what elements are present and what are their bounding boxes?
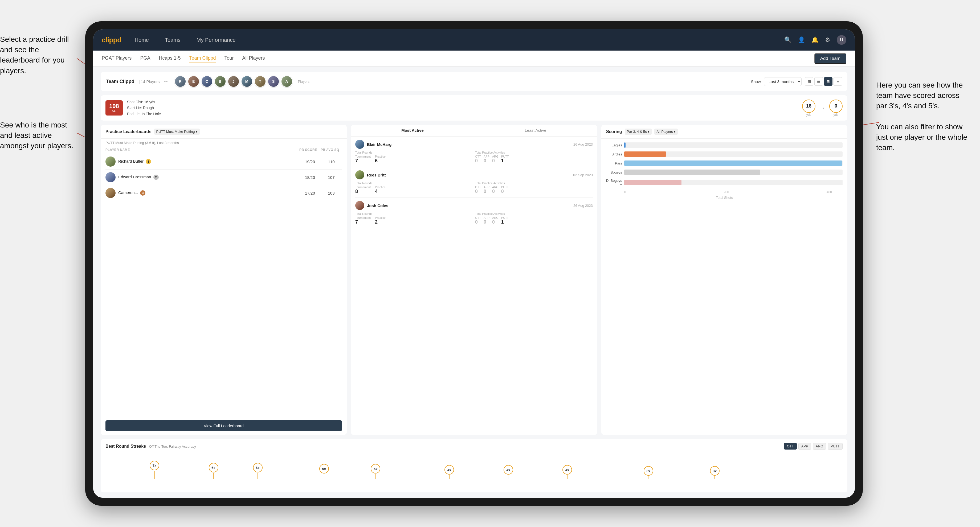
tab-arg[interactable]: ARG <box>813 443 826 449</box>
bar-row-dbogeys: D. Bogeys + 131 <box>606 179 843 187</box>
best-round-streaks-section: Best Round Streaks Off The Tee, Fairway … <box>101 439 847 492</box>
nav-my-performance[interactable]: My Performance <box>194 35 238 45</box>
ott-group-3: OTT 0 <box>475 216 481 225</box>
bar-row-birdies: Birdies 96 <box>606 151 843 157</box>
bell-icon[interactable]: 🔔 <box>811 37 819 43</box>
player-avatar-5[interactable]: J <box>228 76 239 87</box>
player-avatar-3[interactable]: C <box>201 76 213 87</box>
rounds-values-2: Tournament 8 Practice 4 <box>355 186 473 194</box>
avatar[interactable]: U <box>837 35 846 45</box>
app-val-2: 0 <box>484 189 490 194</box>
subnav-team-clippd[interactable]: Team Clippd <box>189 54 216 63</box>
pb-avg-1: 110 <box>321 159 342 164</box>
streak-bubble-4x-1: 4x <box>444 465 454 479</box>
ott-group-2: OTT 0 <box>475 186 481 194</box>
tab-most-active[interactable]: Most Active <box>351 125 474 136</box>
nav-home[interactable]: Home <box>132 35 151 45</box>
tab-least-active[interactable]: Least Active <box>474 125 597 136</box>
subnav-all-players[interactable]: All Players <box>242 54 265 63</box>
tab-ott[interactable]: OTT <box>784 443 797 449</box>
grid-view-icon[interactable]: ▦ <box>805 77 813 86</box>
player-info-3: Cameron... 3 <box>105 188 299 198</box>
tournament-val-2: 8 <box>355 189 371 194</box>
player-avatar-8[interactable]: S <box>268 76 279 87</box>
bar-fill-pars <box>624 160 842 166</box>
tablet-device: clippd Home Teams My Performance 🔍 👤 🔔 ⚙… <box>85 21 863 506</box>
yds1-label: yds <box>802 113 815 117</box>
arg-label-2: ARG <box>492 186 498 189</box>
player-name-3: Cameron... 3 <box>118 190 145 195</box>
player-avatar-9[interactable]: A <box>281 76 293 87</box>
pb-score-1: 19/20 <box>299 159 321 164</box>
settings-icon[interactable]: ⚙ <box>825 37 830 43</box>
tab-putt[interactable]: PUTT <box>828 443 843 449</box>
activity-player-row-1: Blair McHarg 26 Aug 2023 <box>355 140 593 149</box>
time-period-dropdown[interactable]: Last 3 months Last 6 months Last year <box>764 77 802 86</box>
bar-label-dbogeys: D. Bogeys + <box>606 179 622 187</box>
sort-icon[interactable]: ≡ <box>834 77 842 86</box>
tab-app[interactable]: APP <box>799 443 811 449</box>
tournament-group-2: Tournament 8 <box>355 186 371 194</box>
player-avatar-6[interactable]: M <box>241 76 253 87</box>
medal-silver-2: 2 <box>153 175 159 180</box>
practice-val-1: 6 <box>375 158 386 163</box>
subnav-pga[interactable]: PGA <box>140 54 150 63</box>
streak-bubble-6x-1: 6x <box>209 463 218 479</box>
player-info-1: Richard Butler 1 <box>105 157 299 167</box>
player-name-2: Edward Crossman 2 <box>118 175 159 180</box>
player-avatars: R E C B J M T S A <box>174 76 293 87</box>
app-label-1: APP <box>484 155 490 158</box>
player-avatar-7[interactable]: T <box>254 76 266 87</box>
list-view-icon[interactable]: ☰ <box>815 77 823 86</box>
scoring-header: Scoring Par 3, 4 & 5s ▾ All Players ▾ <box>601 125 847 139</box>
end-lie: End Lie: In The Hole <box>127 111 161 117</box>
putt-label-1: PUTT <box>501 155 509 158</box>
player-avatar-2[interactable]: E <box>188 76 199 87</box>
best-round-streaks-subtitle: Off The Tee, Fairway Accuracy <box>147 444 196 449</box>
arg-group-1: ARG 0 <box>492 155 498 163</box>
ott-label-1: OTT <box>475 155 481 158</box>
edit-icon[interactable]: ✏ <box>164 79 167 84</box>
x-label-400: 400 <box>827 190 832 194</box>
practice-activities-group-2: Total Practice Activities OTT 0 APP <box>475 181 593 194</box>
scoring-filter-players[interactable]: All Players ▾ <box>654 129 678 135</box>
add-team-button[interactable]: Add Team <box>815 53 846 64</box>
nav-teams[interactable]: Teams <box>162 35 183 45</box>
medal-gold-1: 1 <box>146 159 151 164</box>
app-group-2: APP 0 <box>484 186 490 194</box>
score-badge: 198 SC <box>105 100 123 116</box>
view-full-leaderboard-button[interactable]: View Full Leaderboard <box>105 420 342 431</box>
streak-line-vert-5 <box>375 474 376 479</box>
scoring-chart: Eagles 3 Birdies 96 <box>601 139 847 435</box>
scoring-filter-par[interactable]: Par 3, 4 & 5s ▾ <box>625 129 652 135</box>
app-group-3: APP 0 <box>484 216 490 225</box>
pb-score-3: 17/20 <box>299 191 321 195</box>
tournament-label-3: Tournament <box>355 216 371 219</box>
player-details-3: Cameron... 3 <box>118 190 145 195</box>
streak-dot-8: 4x <box>562 465 572 475</box>
activity-rows: Blair McHarg 26 Aug 2023 Total Rounds To… <box>351 137 597 435</box>
search-icon[interactable]: 🔍 <box>784 37 791 43</box>
drill-dropdown[interactable]: PUTT Must Make Putting ▾ <box>154 129 200 135</box>
activity-date-3: 26 Aug 2023 <box>573 204 593 208</box>
subnav-pgat[interactable]: PGAT Players <box>102 54 132 63</box>
player-avatar-4[interactable]: B <box>215 76 226 87</box>
ott-val-3: 0 <box>475 219 481 225</box>
show-control: Show Last 3 months Last 6 months Last ye… <box>751 77 842 86</box>
card-view-icon[interactable]: ⊞ <box>824 77 832 86</box>
streak-line-vert-1 <box>154 471 155 479</box>
subnav-hcaps[interactable]: Hcaps 1-5 <box>159 54 181 63</box>
people-icon[interactable]: 👤 <box>798 37 805 43</box>
bar-fill-dbogeys <box>624 180 681 185</box>
player-avatar-1[interactable]: R <box>174 76 186 87</box>
tournament-label-2: Tournament <box>355 186 371 189</box>
putt-val-3: 1 <box>501 219 509 225</box>
bar-label-bogeys: Bogeys <box>606 170 622 174</box>
navbar: clippd Home Teams My Performance 🔍 👤 🔔 ⚙… <box>93 29 855 51</box>
streak-dot-3: 6x <box>253 463 262 472</box>
streak-bubble-3x-1: 3x <box>644 466 653 479</box>
activity-item-1: Blair McHarg 26 Aug 2023 Total Rounds To… <box>355 137 593 167</box>
subnav-tour[interactable]: Tour <box>224 54 234 63</box>
app-val-1: 0 <box>484 158 490 163</box>
practice-activities-group-1: Total Practice Activities OTT 0 APP <box>475 151 593 163</box>
